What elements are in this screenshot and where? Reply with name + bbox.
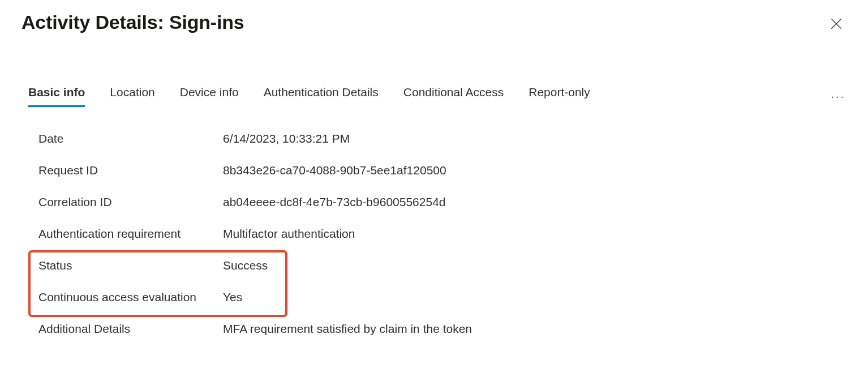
- value-cae: Yes: [223, 290, 242, 304]
- activity-details-panel: Activity Details: Sign-ins Basic info Lo…: [0, 0, 868, 345]
- value-auth-requirement: Multifactor authentication: [223, 227, 355, 241]
- label-auth-requirement: Authentication requirement: [38, 227, 223, 241]
- row-correlation-id: Correlation ID ab04eeee-dc8f-4e7b-73cb-b…: [38, 186, 846, 218]
- value-additional: MFA requirement satisfied by claim in th…: [223, 322, 472, 336]
- row-date: Date 6/14/2023, 10:33:21 PM: [38, 123, 846, 155]
- row-auth-requirement: Authentication requirement Multifactor a…: [38, 218, 846, 250]
- label-correlation-id: Correlation ID: [38, 195, 223, 209]
- tab-authentication-details[interactable]: Authentication Details: [264, 85, 379, 107]
- value-status: Success: [223, 259, 268, 272]
- ellipsis-icon: ···: [831, 90, 845, 102]
- close-icon: [831, 18, 842, 31]
- row-request-id: Request ID 8b343e26-ca70-4088-90b7-5ee1a…: [38, 155, 846, 186]
- tab-conditional-access[interactable]: Conditional Access: [403, 85, 504, 107]
- header-row: Activity Details: Sign-ins: [22, 11, 846, 36]
- row-status: Status Success: [38, 250, 846, 281]
- close-button[interactable]: [826, 14, 846, 36]
- value-request-id: 8b343e26-ca70-4088-90b7-5ee1af120500: [223, 164, 446, 177]
- tab-device-info[interactable]: Device info: [180, 85, 239, 107]
- tab-location[interactable]: Location: [110, 85, 154, 107]
- value-date: 6/14/2023, 10:33:21 PM: [223, 132, 350, 146]
- label-date: Date: [38, 132, 223, 146]
- tab-report-only[interactable]: Report-only: [528, 85, 590, 107]
- tabs: Basic info Location Device info Authenti…: [28, 85, 801, 107]
- page-title: Activity Details: Sign-ins: [22, 11, 244, 33]
- label-additional: Additional Details: [38, 322, 223, 336]
- row-continuous-access-evaluation: Continuous access evaluation Yes: [38, 281, 846, 313]
- more-tabs-button[interactable]: ···: [826, 88, 850, 105]
- label-cae: Continuous access evaluation: [38, 290, 223, 304]
- tabs-row: Basic info Location Device info Authenti…: [22, 85, 846, 107]
- label-status: Status: [38, 259, 223, 272]
- row-additional-details: Additional Details MFA requirement satis…: [38, 313, 846, 345]
- tab-basic-info[interactable]: Basic info: [28, 85, 85, 107]
- details-section: Date 6/14/2023, 10:33:21 PM Request ID 8…: [22, 123, 846, 345]
- value-correlation-id: ab04eeee-dc8f-4e7b-73cb-b9600556254d: [223, 195, 446, 209]
- label-request-id: Request ID: [38, 164, 223, 177]
